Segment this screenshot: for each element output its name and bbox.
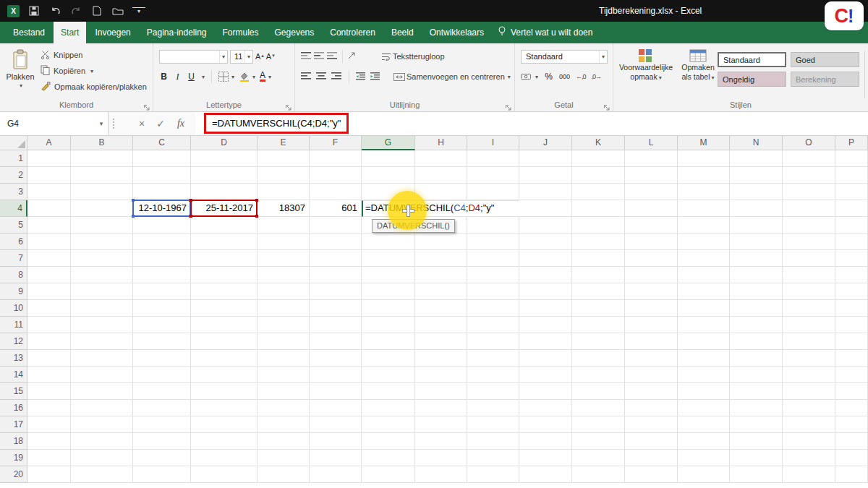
cell-I13[interactable] <box>467 350 519 367</box>
cell-E3[interactable] <box>258 184 310 200</box>
cell-O4[interactable] <box>783 200 835 217</box>
cell-I15[interactable] <box>467 383 519 400</box>
cell-D4[interactable]: 25-11-2017 <box>191 200 258 217</box>
column-header-A[interactable]: A <box>27 136 71 150</box>
cell-L1[interactable] <box>625 150 678 167</box>
cell-P5[interactable] <box>835 217 868 234</box>
cell-F14[interactable] <box>310 367 362 383</box>
cell-C15[interactable] <box>133 383 191 400</box>
cell-F15[interactable] <box>310 383 362 400</box>
cell-A11[interactable] <box>27 317 71 333</box>
cell-I14[interactable] <box>467 367 519 383</box>
cell-J1[interactable] <box>519 150 572 167</box>
cell-H18[interactable] <box>415 433 467 450</box>
cell-D13[interactable] <box>191 350 258 367</box>
cell-H19[interactable] <box>415 450 467 466</box>
row-header-10[interactable]: 10 <box>0 300 27 317</box>
cell-B13[interactable] <box>71 350 133 367</box>
cell-M4[interactable] <box>678 200 730 217</box>
cell-E14[interactable] <box>258 367 310 383</box>
cell-A5[interactable] <box>27 217 71 234</box>
decrease-indent-icon[interactable] <box>356 70 366 83</box>
cell-N3[interactable] <box>730 184 783 200</box>
cell-G17[interactable] <box>362 416 415 433</box>
cell-K7[interactable] <box>572 250 625 267</box>
cell-P11[interactable] <box>835 317 868 333</box>
cell-N13[interactable] <box>730 350 783 367</box>
cell-F16[interactable] <box>310 400 362 416</box>
tab-bestand[interactable]: Bestand <box>6 22 52 43</box>
cell-I3[interactable] <box>467 184 519 200</box>
wrap-text-button[interactable]: Tekstterugloop <box>381 52 445 61</box>
cell-I12[interactable] <box>467 333 519 350</box>
cell-F10[interactable] <box>310 300 362 317</box>
cell-K3[interactable] <box>572 184 625 200</box>
cell-style-berekening[interactable]: Berekening <box>791 72 859 87</box>
cell-G2[interactable] <box>362 167 415 184</box>
cell-D9[interactable] <box>191 283 258 300</box>
cell-B17[interactable] <box>71 416 133 433</box>
cell-F5[interactable] <box>310 217 362 234</box>
cell-K5[interactable] <box>572 217 625 234</box>
cell-L7[interactable] <box>625 250 678 267</box>
cell-P8[interactable] <box>835 267 868 283</box>
cell-D11[interactable] <box>191 317 258 333</box>
cell-D19[interactable] <box>191 450 258 466</box>
cell-N16[interactable] <box>730 400 783 416</box>
cell-O20[interactable] <box>783 466 835 483</box>
cell-B16[interactable] <box>71 400 133 416</box>
cell-K1[interactable] <box>572 150 625 167</box>
cell-H6[interactable] <box>415 234 467 250</box>
cell-F12[interactable] <box>310 333 362 350</box>
cell-L18[interactable] <box>625 433 678 450</box>
cell-F9[interactable] <box>310 283 362 300</box>
cell-L13[interactable] <box>625 350 678 367</box>
cell-N7[interactable] <box>730 250 783 267</box>
cell-G8[interactable] <box>362 267 415 283</box>
cell-H15[interactable] <box>415 383 467 400</box>
cell-G11[interactable] <box>362 317 415 333</box>
cell-B10[interactable] <box>71 300 133 317</box>
formula-input[interactable]: =DATUMVERSCHIL(C4;D4;"y" <box>212 118 341 129</box>
cell-N18[interactable] <box>730 433 783 450</box>
cell-I2[interactable] <box>467 167 519 184</box>
cell-O17[interactable] <box>783 416 835 433</box>
enter-icon[interactable]: ✓ <box>152 112 169 135</box>
cell-G14[interactable] <box>362 367 415 383</box>
cell-D2[interactable] <box>191 167 258 184</box>
cell-K20[interactable] <box>572 466 625 483</box>
fill-color-button[interactable]: ▾ <box>239 72 255 82</box>
cell-style-goed[interactable]: Goed <box>791 52 859 67</box>
cell-E18[interactable] <box>258 433 310 450</box>
cell-O19[interactable] <box>783 450 835 466</box>
font-size-combo[interactable]: 11 ▾ <box>230 50 253 64</box>
excel-app-icon[interactable]: X <box>7 5 20 17</box>
cell-O7[interactable] <box>783 250 835 267</box>
column-header-J[interactable]: J <box>519 136 572 150</box>
cell-F17[interactable] <box>310 416 362 433</box>
cell-I11[interactable] <box>467 317 519 333</box>
cell-O11[interactable] <box>783 317 835 333</box>
align-left-icon[interactable] <box>301 70 312 83</box>
bold-button[interactable]: B <box>159 72 169 82</box>
cell-A9[interactable] <box>27 283 71 300</box>
cell-H11[interactable] <box>415 317 467 333</box>
cell-E4[interactable]: 18307 <box>258 200 310 217</box>
increase-indent-icon[interactable] <box>370 70 380 83</box>
cell-N17[interactable] <box>730 416 783 433</box>
cell-J9[interactable] <box>519 283 572 300</box>
cell-B2[interactable] <box>71 167 133 184</box>
column-header-D[interactable]: D <box>191 136 258 150</box>
cell-editor-G4[interactable]: =DATUMVERSCHIL(C4;D4;"y" <box>362 200 519 217</box>
cell-M3[interactable] <box>678 184 730 200</box>
column-header-G[interactable]: G <box>362 136 415 150</box>
cell-D18[interactable] <box>191 433 258 450</box>
cell-M17[interactable] <box>678 416 730 433</box>
cell-F19[interactable] <box>310 450 362 466</box>
document-icon[interactable] <box>90 4 103 17</box>
cell-M1[interactable] <box>678 150 730 167</box>
cell-H14[interactable] <box>415 367 467 383</box>
cell-B6[interactable] <box>71 234 133 250</box>
orientation-icon[interactable] <box>347 50 357 63</box>
cell-P7[interactable] <box>835 250 868 267</box>
